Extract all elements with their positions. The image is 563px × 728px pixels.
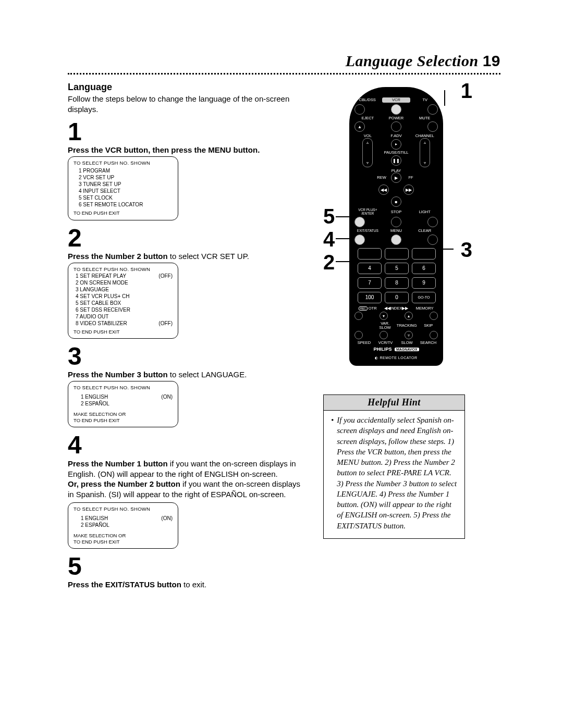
cbldss-button[interactable] bbox=[354, 104, 365, 115]
osd-menu-2: TO SELECT PUSH NO. SHOWN 1 SET REPEAT PL… bbox=[68, 263, 178, 339]
vcrplus-button[interactable] bbox=[354, 217, 365, 227]
speed-button[interactable] bbox=[354, 331, 363, 339]
osd3-item: 2 ESPAÑOL bbox=[81, 400, 173, 407]
label-exit: EXIT/STATUS bbox=[354, 229, 381, 233]
label-vol: VOL bbox=[354, 134, 381, 138]
play-button[interactable]: ▶ bbox=[391, 172, 401, 183]
callout-5: 5 bbox=[323, 205, 335, 228]
label-light: LIGHT bbox=[411, 210, 438, 214]
osd1-item: 5 SET CLOCK bbox=[79, 194, 173, 201]
ff-button[interactable]: ▶▶ bbox=[403, 184, 414, 195]
key-0[interactable]: 0 bbox=[385, 292, 409, 303]
label-cbldss: CBL/DSS bbox=[354, 98, 380, 102]
osd3-item: 1 ENGLISH(ON) bbox=[81, 393, 173, 400]
step-5-number: 5 bbox=[68, 554, 308, 579]
light-button[interactable] bbox=[427, 217, 438, 227]
fadv-button[interactable]: ▸ bbox=[391, 139, 401, 150]
label-power: POWER bbox=[383, 116, 410, 120]
callout-3: 3 bbox=[461, 238, 472, 262]
section-heading: Language bbox=[68, 82, 308, 93]
label-rew: REW bbox=[375, 176, 388, 180]
step-3-bold: Press the Number 3 button bbox=[68, 370, 168, 379]
vol-rocker[interactable]: ▵▿ bbox=[362, 138, 373, 167]
key-3[interactable]: 3 bbox=[412, 248, 436, 260]
key-2[interactable]: 2 bbox=[385, 248, 409, 260]
power-button[interactable] bbox=[391, 121, 401, 132]
key-7[interactable]: 7 bbox=[358, 277, 382, 289]
label-tv: TV bbox=[412, 98, 438, 102]
osd3-header: TO SELECT PUSH NO. SHOWN bbox=[74, 385, 173, 391]
pause-button[interactable]: ❚❚ bbox=[391, 155, 401, 166]
key-goto[interactable]: GO-TO bbox=[412, 292, 436, 303]
label-fadv: F.ADV bbox=[383, 134, 410, 138]
label-skip: SKIP bbox=[419, 324, 438, 328]
osd-menu-4: TO SELECT PUSH NO. SHOWN 1 ENGLISH(ON) 2… bbox=[68, 502, 178, 549]
step-3-rest: to select LANGUAGE. bbox=[168, 370, 247, 379]
callout-line bbox=[444, 90, 445, 106]
slow-button[interactable]: ▿ bbox=[405, 331, 413, 339]
key-9[interactable]: 9 bbox=[412, 277, 436, 289]
step-3-caption: Press the Number 3 button to select LANG… bbox=[68, 370, 308, 379]
osd2-item: 2 ON SCREEN MODE bbox=[76, 279, 173, 286]
brand-magnavox: MAGNAVOX bbox=[395, 348, 419, 351]
label-slow: SLOW bbox=[397, 341, 417, 345]
key-6[interactable]: 6 bbox=[412, 263, 436, 274]
intro-text: Follow the steps below to change the lan… bbox=[68, 94, 308, 114]
osd2-item: 3 LANGUAGE bbox=[76, 286, 173, 293]
tv-button[interactable] bbox=[427, 104, 438, 115]
osd1-item: 1 PROGRAM bbox=[79, 167, 173, 174]
label-varslow: VAR. SLOW bbox=[375, 322, 394, 329]
label-channel: CHANNEL bbox=[411, 134, 438, 138]
osd2-item: 5 SET CABLE BOX bbox=[76, 300, 173, 306]
page-number: 19 bbox=[483, 52, 500, 69]
label-eject: EJECT bbox=[354, 116, 381, 120]
brand-philips: PHILIPS bbox=[373, 347, 391, 352]
rew-button[interactable]: ◀◀ bbox=[378, 184, 389, 195]
key-8[interactable]: 8 bbox=[385, 277, 409, 289]
label-vcrtv: VCR/TV bbox=[376, 341, 395, 345]
osd2-item: 7 AUDIO OUT bbox=[76, 313, 173, 320]
search-button[interactable] bbox=[430, 331, 438, 339]
step-1-number: 1 bbox=[68, 119, 308, 144]
title-text: Language Selection bbox=[346, 52, 479, 69]
index-ff-button[interactable]: ▴ bbox=[405, 312, 413, 320]
osd2-item: 1 SET REPEAT PLAY(OFF) bbox=[76, 273, 173, 279]
label-search: SEARCH bbox=[419, 341, 438, 345]
step-3-number: 3 bbox=[68, 344, 308, 369]
callout-1: 1 bbox=[461, 79, 472, 103]
label-menu: MENU bbox=[383, 229, 410, 233]
osd2-footer: TO END PUSH EXIT bbox=[74, 329, 173, 335]
osd1-footer: TO END PUSH EXIT bbox=[74, 210, 173, 216]
exit-button[interactable] bbox=[354, 235, 365, 245]
channel-rocker[interactable]: ▵▿ bbox=[420, 138, 430, 167]
otr-button[interactable] bbox=[354, 312, 363, 320]
label-pause: PAUSE/STILL bbox=[383, 151, 410, 155]
stop-button-center[interactable]: ■ bbox=[391, 196, 401, 207]
vcrtv-button[interactable] bbox=[380, 331, 388, 339]
key-5[interactable]: 5 bbox=[385, 263, 409, 274]
eject-button[interactable]: ▲ bbox=[354, 121, 365, 132]
key-4[interactable]: 4 bbox=[358, 263, 382, 274]
callout-4: 4 bbox=[323, 228, 335, 251]
osd2-item: 4 SET VCR PLUS+ CH bbox=[76, 293, 173, 300]
step-4-p1: Press the Number 1 button if you want th… bbox=[68, 459, 308, 479]
menu-button[interactable] bbox=[391, 235, 401, 245]
osd3-footer1: MAKE SELECTION OR bbox=[74, 411, 173, 417]
osd4-item: 1 ENGLISH(ON) bbox=[81, 515, 173, 522]
osd4-footer1: MAKE SELECTION OR bbox=[74, 533, 173, 539]
key-100[interactable]: 100 bbox=[358, 292, 382, 303]
stop-button[interactable] bbox=[391, 217, 401, 227]
vcr-button[interactable] bbox=[391, 104, 401, 115]
step-2-number: 2 bbox=[68, 226, 308, 251]
clear-button[interactable] bbox=[427, 235, 438, 245]
key-1[interactable]: 1 bbox=[358, 248, 382, 260]
label-clear: CLEAR bbox=[411, 229, 438, 233]
mute-button[interactable] bbox=[427, 121, 438, 132]
index-rew-button[interactable]: ▾ bbox=[380, 312, 388, 320]
label-vcr: VCR bbox=[382, 97, 410, 103]
osd1-item: 6 SET REMOTE LOCATOR bbox=[79, 201, 173, 208]
memory-button[interactable] bbox=[430, 312, 438, 320]
step-5-bold: Press the EXIT/STATUS button bbox=[68, 580, 181, 589]
label-ff: FF bbox=[405, 176, 417, 180]
osd3-footer2: TO END PUSH EXIT bbox=[74, 417, 173, 424]
